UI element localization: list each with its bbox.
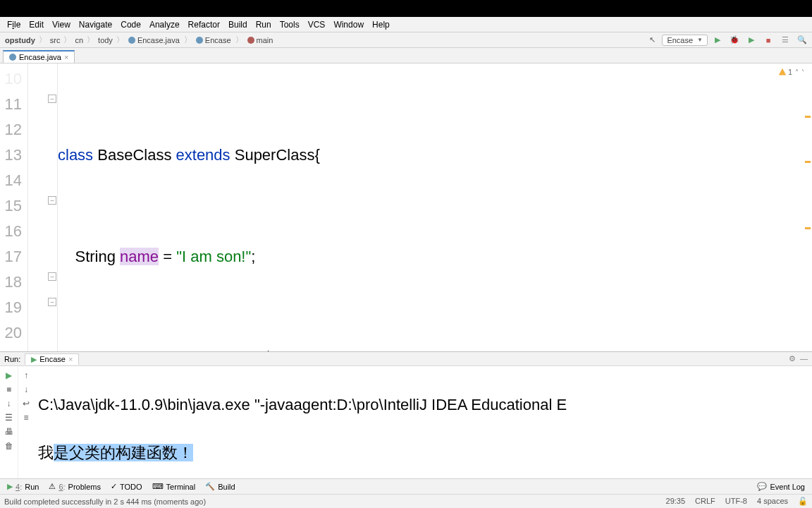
breadcrumb-tody[interactable]: tody [96,36,115,44]
line-number: 12 [0,117,22,143]
text-cursor [268,351,269,351]
search-icon[interactable]: 🔍 [795,34,809,47]
breadcrumb-class[interactable]: Encase [193,36,234,44]
editor-tab-encase[interactable]: Encase.java × [3,50,75,63]
breadcrumb-method[interactable]: main [245,36,276,44]
indent-info[interactable]: 4 spaces [757,497,788,506]
menu-file[interactable]: File [3,20,25,30]
line-number: 19 [0,295,22,320]
debug-icon[interactable]: 🐞 [727,34,742,47]
run-label: Run: [4,355,20,363]
line-number: 21 [0,346,22,351]
scroll-icon[interactable]: ≡ [23,413,28,423]
wrap-icon[interactable]: ↩ [23,399,30,409]
code-editor[interactable]: class BaseClass extends SuperClass{ Stri… [58,64,804,351]
line-number-gutter: 10 11 12 13 14 15 16 17 18 19 20 21 [0,64,28,351]
console-line: 我是父类的构建函数！ [38,441,808,465]
menu-analyze[interactable]: Analyze [145,20,184,30]
run-tab[interactable]: ▶ Encase × [25,353,79,365]
chevron-down-icon: ▼ [697,37,703,43]
breadcrumb-cn[interactable]: cn [73,36,85,44]
gear-icon[interactable]: ⚙ [789,354,796,363]
tool-terminal[interactable]: ⌨Terminal [148,480,200,492]
menu-code[interactable]: Code [116,20,145,30]
line-number: 15 [0,193,22,219]
close-icon[interactable]: × [64,53,68,61]
line-number: 13 [0,143,22,168]
line-number: 11 [0,92,22,117]
run-icon[interactable]: ▶ [710,34,725,47]
fold-toggle-icon[interactable]: – [48,196,56,205]
menu-bar: File Edit View Navigate Code Analyze Ref… [0,17,812,32]
step-icon[interactable]: ↓ [7,399,11,409]
menu-run[interactable]: Run [252,20,276,30]
fold-toggle-icon[interactable]: – [48,95,56,103]
breadcrumb-src[interactable]: src [48,36,63,44]
bottom-tool-bar: ▶4:Run ⚠6:Problems ✓TODO ⌨Terminal 🔨Buil… [0,478,812,494]
error-stripe[interactable] [804,64,812,351]
layout-icon[interactable]: ☰ [5,413,13,423]
tool-todo[interactable]: ✓TODO [106,480,147,492]
warning-icon: ⚠ [49,482,56,491]
fold-toggle-icon[interactable]: – [48,272,56,281]
close-icon[interactable]: × [68,355,73,363]
menu-build[interactable]: Build [224,20,252,30]
breadcrumb-sep-icon: 〉 [184,35,192,45]
breadcrumb-project[interactable]: opstudy [3,36,37,44]
line-number: 17 [0,244,22,270]
minimize-icon[interactable]: — [800,354,808,363]
down-arrow-icon[interactable]: ↓ [24,385,28,394]
class-icon [196,37,203,44]
class-icon [128,37,135,44]
lock-icon[interactable]: 🔓 [798,497,808,506]
breadcrumb-sep-icon: 〉 [63,35,71,45]
coverage-icon[interactable]: ▶ [744,34,758,47]
run-config-combo[interactable]: Encase▼ [662,35,708,46]
menu-navigate[interactable]: Navigate [75,20,116,30]
fold-gutter: – – – – [28,64,58,351]
status-message: Build completed successfully in 2 s 444 … [4,497,206,506]
trash-icon[interactable]: 🗑 [5,441,13,451]
speech-icon: 💬 [757,482,767,491]
line-number: 10 [0,66,22,92]
breadcrumb-sep-icon: 〉 [235,35,243,45]
line-number: 14 [0,168,22,193]
file-encoding[interactable]: UTF-8 [725,497,747,506]
editor-tab-bar: Encase.java × [0,48,812,64]
up-arrow-icon[interactable]: ↑ [24,370,28,380]
menu-window[interactable]: Window [329,20,368,30]
tool-build[interactable]: 🔨Build [201,480,239,492]
menu-help[interactable]: Help [368,20,394,30]
method-icon [247,37,254,44]
breadcrumb-file[interactable]: Encase.java [125,36,183,44]
print-icon[interactable]: 🖶 [5,427,13,437]
run-action-gutter-2: ↑ ↓ ↩ ≡ [18,366,34,478]
run-tool-window: Run: ▶ Encase × ⚙ — ▶ ■ ↓ ☰ 🖶 🗑 ↑ ↓ ↩ ≡ … [0,351,812,478]
line-separator[interactable]: CRLF [695,497,715,506]
breadcrumb-sep-icon: 〉 [39,35,47,45]
tool-run[interactable]: ▶4:Run [3,480,43,492]
line-number: 16 [0,219,22,244]
back-icon[interactable]: ↖ [645,34,659,47]
menu-vcs[interactable]: VCS [304,20,330,30]
breadcrumb-sep-icon: 〉 [116,35,124,45]
tool-event-log[interactable]: 💬Event Log [753,480,809,492]
line-number: 20 [0,320,22,346]
menu-tools[interactable]: Tools [276,20,304,30]
console-line: C:\Java\jdk-11.0.9\bin\java.exe "-javaag… [38,393,808,417]
editor-pane: 1 ˄ ˅ 10 11 12 13 14 15 16 17 18 19 20 2… [0,64,812,351]
stop-icon[interactable]: ■ [761,34,775,47]
layout-icon[interactable]: ☰ [778,34,792,47]
menu-view[interactable]: View [48,20,75,30]
tool-problems[interactable]: ⚠6:Problems [44,480,105,492]
menu-refactor[interactable]: Refactor [184,20,224,30]
play-icon: ▶ [7,482,13,491]
caret-position[interactable]: 29:35 [666,497,686,506]
rerun-icon[interactable]: ▶ [6,370,12,380]
menu-edit[interactable]: Edit [25,20,48,30]
fold-toggle-icon[interactable]: – [48,298,56,306]
status-bar: Build completed successfully in 2 s 444 … [0,494,812,508]
console-output[interactable]: C:\Java\jdk-11.0.9\bin\java.exe "-javaag… [34,366,812,478]
stop-icon[interactable]: ■ [6,385,11,394]
window-title-bar [0,0,812,17]
